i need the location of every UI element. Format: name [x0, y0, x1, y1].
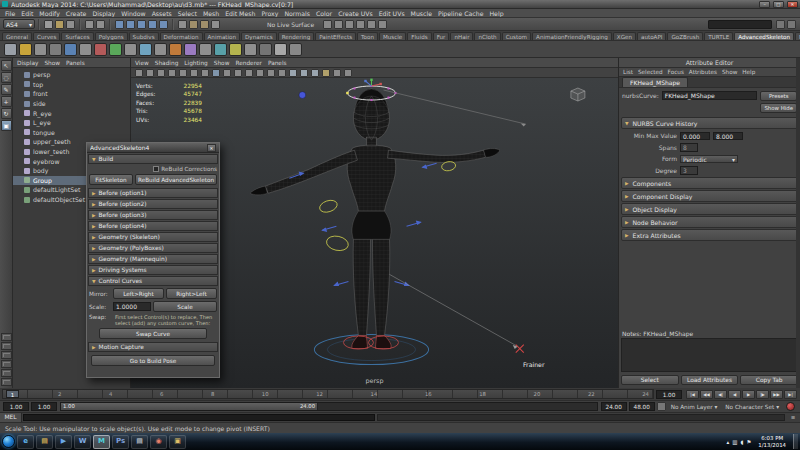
- shelf-tab[interactable]: Custom: [502, 32, 531, 40]
- panel-menu-item[interactable]: Shading: [155, 60, 179, 66]
- tool-button[interactable]: +: [1, 96, 12, 107]
- menu-item[interactable]: Edit Mesh: [225, 10, 255, 17]
- transport-button[interactable]: ▶▶: [770, 390, 783, 399]
- shelf-tab[interactable]: Fur: [433, 32, 450, 40]
- viewport-toolbar-icon[interactable]: [278, 69, 286, 77]
- shelf-tab[interactable]: Surfaces: [61, 32, 93, 40]
- playback-options-icon[interactable]: [657, 402, 666, 411]
- transport-button[interactable]: ◀◀: [700, 390, 713, 399]
- panel-menu-item[interactable]: Attributes: [689, 69, 717, 75]
- frame-strip[interactable]: 124681012141618202224 1: [2, 389, 654, 399]
- quick-select-field[interactable]: [708, 20, 772, 29]
- shelf-button[interactable]: [124, 43, 137, 56]
- menu-item[interactable]: Select: [178, 10, 197, 17]
- outliner-item[interactable]: side: [13, 99, 130, 109]
- attribute-editor-button[interactable]: Copy Tab: [740, 375, 798, 385]
- shelf-tab[interactable]: autoAPI: [637, 32, 666, 40]
- collapsed-section-header[interactable]: ▶ Node Behavior: [621, 216, 798, 228]
- panel-menu-item[interactable]: Show: [44, 60, 60, 66]
- shelf-button[interactable]: [64, 43, 77, 56]
- node-tab[interactable]: FKHead_MShape: [622, 77, 688, 87]
- collapsed-section-header[interactable]: ▶ Components: [621, 177, 798, 189]
- status-icon[interactable]: [189, 20, 198, 29]
- shelf-tab[interactable]: XGen: [613, 32, 636, 40]
- start-button[interactable]: [2, 435, 15, 448]
- attribute-editor-button[interactable]: Select: [621, 375, 679, 385]
- rebuild-corrections-checkbox[interactable]: [153, 166, 159, 172]
- shelf-button[interactable]: [4, 43, 17, 56]
- menu-item[interactable]: Help: [489, 10, 503, 17]
- viewport-toolbar-icon[interactable]: [256, 69, 264, 77]
- menu-item[interactable]: Window: [121, 10, 145, 17]
- transport-button[interactable]: ▶|: [784, 390, 797, 399]
- viewport-toolbar-icon[interactable]: [344, 69, 352, 77]
- menu-item[interactable]: Edit: [21, 10, 33, 17]
- taskbar-app[interactable]: ▤: [131, 435, 148, 449]
- menu-item[interactable]: Create UVs: [338, 10, 373, 17]
- tray-icon[interactable]: ▥: [732, 439, 737, 445]
- panel-menu-item[interactable]: Display: [17, 60, 38, 66]
- shelf-button[interactable]: [244, 43, 257, 56]
- viewport-toolbar-icon[interactable]: [322, 69, 330, 77]
- taskbar-app[interactable]: Ps: [112, 435, 129, 449]
- section-build[interactable]: ▼ Build: [88, 154, 218, 164]
- outliner-item[interactable]: persp: [13, 70, 130, 80]
- go-to-build-pose-button[interactable]: Go to Build Pose: [91, 355, 215, 366]
- panel-menu-item[interactable]: Selected: [638, 69, 663, 75]
- shelf-button[interactable]: [139, 43, 152, 56]
- viewport-toolbar-icon[interactable]: [311, 69, 319, 77]
- layout-shortcut-button[interactable]: [1, 333, 12, 341]
- max-value-field[interactable]: 8.000: [713, 132, 743, 141]
- menu-item[interactable]: Edit UVs: [379, 10, 405, 17]
- tool-button[interactable]: ↻: [1, 108, 12, 119]
- transport-button[interactable]: ◀: [728, 390, 741, 399]
- viewport-toolbar-icon[interactable]: [190, 69, 198, 77]
- viewport-toolbar-icon[interactable]: [223, 69, 231, 77]
- taskbar-app[interactable]: e: [17, 435, 34, 449]
- status-icon[interactable]: [85, 20, 94, 29]
- range-handle[interactable]: 1.0024.00: [61, 403, 318, 410]
- panel-menu-item[interactable]: Focus: [668, 69, 684, 75]
- tool-button[interactable]: ◌: [1, 72, 12, 83]
- tool-button[interactable]: ✎: [1, 84, 12, 95]
- notes-field[interactable]: [621, 338, 798, 372]
- transport-button[interactable]: |▶: [756, 390, 769, 399]
- status-icon[interactable]: [126, 20, 135, 29]
- status-icon[interactable]: [211, 20, 220, 29]
- collapsed-section-header[interactable]: ▶ Geometry (Skeleton): [88, 232, 218, 242]
- live-surface-indicator[interactable]: No Live Surface: [267, 21, 314, 28]
- command-input[interactable]: [23, 414, 375, 421]
- layout-shortcut-button[interactable]: [1, 369, 12, 377]
- shelf-tab[interactable]: Deformation: [160, 32, 203, 40]
- current-frame-field[interactable]: 1.00: [656, 390, 682, 399]
- transport-button[interactable]: ◀|: [714, 390, 727, 399]
- collapsed-section-header[interactable]: ▶ Driving Systems: [88, 265, 218, 275]
- status-icon[interactable]: [356, 20, 365, 29]
- shelf-button[interactable]: [49, 43, 62, 56]
- layout-shortcut-button[interactable]: [1, 360, 12, 368]
- menu-item[interactable]: Normals: [284, 10, 310, 17]
- outliner-item[interactable]: L_eye: [13, 118, 130, 128]
- shelf-tab[interactable]: nHair: [450, 32, 473, 40]
- viewport-toolbar-icon[interactable]: [289, 69, 297, 77]
- shelf-tab[interactable]: AnimationFriendlyRigging: [532, 32, 612, 40]
- collapsed-section-header[interactable]: ▶ Extra Attributes: [621, 229, 798, 241]
- taskbar-clock[interactable]: 6:03 PM 1/13/2014: [754, 435, 790, 448]
- collapsed-section-header[interactable]: ▶ Component Display: [621, 190, 798, 202]
- panel-menu-item[interactable]: Renderer: [235, 60, 261, 66]
- shelf-button[interactable]: [169, 43, 182, 56]
- status-icon[interactable]: [96, 20, 105, 29]
- shelf-button[interactable]: [79, 43, 92, 56]
- min-value-field[interactable]: 0.000: [680, 132, 710, 141]
- shelf-tab[interactable]: Rendering: [278, 32, 315, 40]
- layout-shortcut-button[interactable]: [1, 351, 12, 359]
- status-icon[interactable]: [334, 20, 343, 29]
- menu-item[interactable]: Color: [316, 10, 332, 17]
- show-hide-button[interactable]: Show Hide: [760, 103, 797, 113]
- status-icon[interactable]: [323, 20, 332, 29]
- taskbar-app[interactable]: ▣: [169, 435, 186, 449]
- shelf-tab[interactable]: General: [2, 32, 32, 40]
- taskbar-app[interactable]: ▶: [55, 435, 72, 449]
- outliner-item[interactable]: tongue: [13, 128, 130, 138]
- shelf-button[interactable]: [154, 43, 167, 56]
